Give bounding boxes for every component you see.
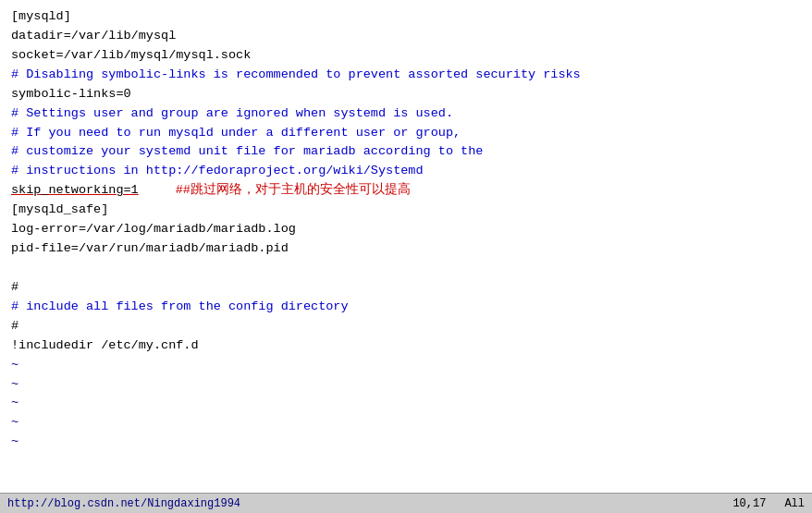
code-line-12: log-error=/var/log/mariadb/mariadb.log [11,220,801,239]
code-line-4: # Disabling symbolic-links is recommende… [11,66,801,85]
code-line-5: symbolic-links=0 [11,85,801,104]
code-line-13: pid-file=/var/run/mariadb/mariadb.pid [11,239,801,259]
code-line-18: !includedir /etc/my.cnf.d [11,336,801,356]
tilde-line-3: ~ [11,394,801,413]
highlight-text: skip_networking=1 [11,181,139,201]
code-line-3: socket=/var/lib/mysql/mysql.sock [11,46,801,66]
code-line-14 [11,259,801,278]
scroll-status: All [784,497,805,510]
code-line-8: # customize your systemd unit file for m… [11,142,801,162]
code-line-17: # [11,317,801,336]
cursor-position: 10,17 [732,497,766,510]
code-area[interactable]: [mysqld] datadir=/var/lib/mysql socket=/… [0,0,812,493]
tilde-line-1: ~ [11,356,801,375]
code-line-11: [mysqld_safe] [11,201,801,220]
code-line-16: # include all files from the config dire… [11,298,801,317]
tilde-line-4: ~ [11,413,801,433]
tilde-line-2: ~ [11,375,801,395]
annotation-text: ##跳过网络，对于主机的安全性可以提高 [176,181,411,201]
code-line-10: skip_networking=1 ##跳过网络，对于主机的安全性可以提高 [11,181,801,201]
code-line-6: # Settings user and group are ignored wh… [11,104,801,124]
code-line-1: [mysqld] [11,7,801,27]
code-line-7: # If you need to run mysqld under a diff… [11,124,801,143]
code-line-2: datadir=/var/lib/mysql [11,27,801,46]
status-url: http://blog.csdn.net/Ningdaxing1994 [7,497,732,510]
code-line-9: # instructions in http://fedoraproject.o… [11,162,801,181]
status-bar: http://blog.csdn.net/Ningdaxing1994 10,1… [0,493,812,513]
status-right: 10,17 All [732,497,805,510]
code-line-15: # [11,278,801,298]
editor-container: [mysqld] datadir=/var/lib/mysql socket=/… [0,0,812,513]
tilde-line-5: ~ [11,433,801,452]
